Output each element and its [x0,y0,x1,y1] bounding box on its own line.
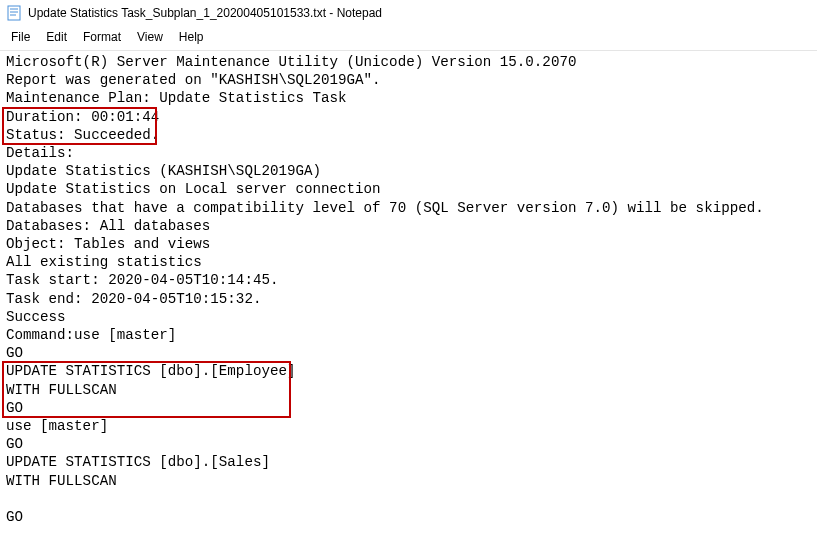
menu-bar: File Edit Format View Help [0,26,817,51]
menu-view[interactable]: View [130,28,170,46]
window-titlebar: Update Statistics Task_Subplan_1_2020040… [0,0,817,26]
notepad-icon [6,5,22,21]
editor-viewport: Microsoft(R) Server Maintenance Utility … [0,51,817,528]
menu-file[interactable]: File [4,28,37,46]
menu-edit[interactable]: Edit [39,28,74,46]
svg-rect-0 [8,6,20,20]
menu-format[interactable]: Format [76,28,128,46]
window-title: Update Statistics Task_Subplan_1_2020040… [28,6,382,20]
menu-help[interactable]: Help [172,28,211,46]
text-editor[interactable]: Microsoft(R) Server Maintenance Utility … [6,53,811,526]
